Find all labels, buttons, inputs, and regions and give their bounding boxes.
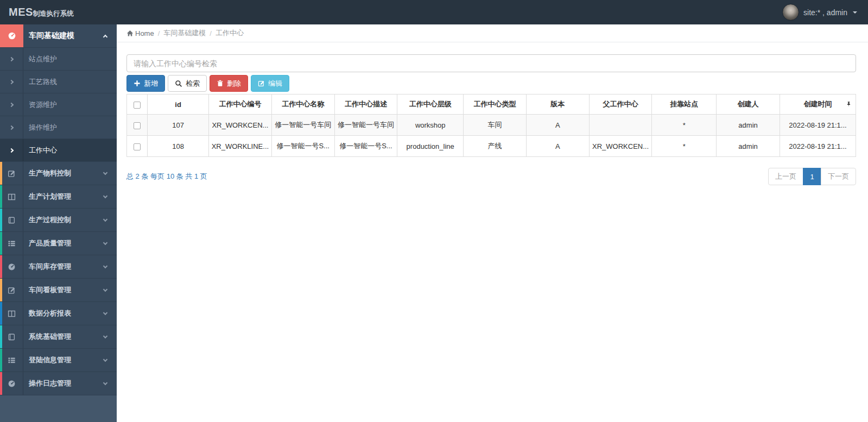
chevron-down-icon — [103, 287, 107, 291]
sidebar-submenu-item[interactable]: 资源维护 — [0, 93, 117, 116]
category-color-strip — [0, 185, 2, 208]
column-header[interactable]: 工作中心描述 — [334, 95, 397, 115]
sidebar-submenu-item[interactable]: 工艺路线 — [0, 71, 117, 93]
table-cell — [589, 115, 652, 136]
prev-page-button[interactable]: 上一页 — [768, 168, 803, 185]
sidebar-item-workshop-modeling[interactable]: 车间基础建模 — [0, 24, 117, 48]
sidebar-group-item[interactable]: 生产计划管理 — [0, 185, 117, 209]
group-icon-slot — [0, 185, 23, 208]
chevron-right-icon — [0, 71, 23, 93]
delete-button[interactable]: 删除 — [210, 75, 248, 92]
search-button[interactable]: 检索 — [168, 75, 207, 92]
table-header-row: id工作中心编号工作中心名称工作中心描述工作中心层级工作中心类型版本父工作中心挂… — [127, 95, 856, 115]
chevron-right-icon — [0, 48, 23, 70]
category-color-strip — [0, 255, 2, 278]
column-header[interactable]: id — [148, 95, 209, 115]
sidebar-group-item[interactable]: 车间看板管理 — [0, 279, 117, 302]
row-checkbox[interactable] — [134, 143, 141, 150]
sidebar-submenu-item[interactable]: 操作维护 — [0, 116, 117, 139]
user-menu[interactable]: site:* , admin — [782, 4, 857, 21]
column-header[interactable]: 工作中心编号 — [209, 95, 272, 115]
sidebar-groups: 生产物料控制 生产计划管理 生产过程控制 产品质量管理 — [0, 162, 117, 395]
group-icon-slot — [0, 325, 23, 348]
sidebar-group-item[interactable]: 生产过程控制 — [0, 209, 117, 232]
edit-icon — [8, 169, 16, 178]
trash-icon — [217, 80, 224, 87]
group-icon-slot — [0, 162, 23, 185]
chevron-down-icon — [103, 333, 107, 338]
table-footer: 总 2 条 每页 10 条 共 1 页 上一页 1 下一页 — [126, 168, 856, 185]
content-panel: 新增 检索 删除 — [117, 42, 868, 185]
category-color-strip — [0, 372, 2, 395]
pagination: 上一页 1 下一页 — [768, 168, 856, 185]
category-color-strip — [0, 232, 2, 255]
table-cell: 车间 — [464, 115, 527, 136]
table-cell: 修一智能一号S... — [334, 136, 397, 157]
edit-icon — [258, 80, 265, 87]
column-header[interactable]: 版本 — [526, 95, 589, 115]
sidebar-group-item[interactable]: 生产物料控制 — [0, 162, 117, 185]
table-row[interactable]: 107XR_WORKCEN...修一智能一号车间修一智能一号车间workshop… — [127, 115, 856, 136]
submenu-item-label: 操作维护 — [23, 123, 117, 133]
table-cell: A — [526, 136, 589, 157]
columns-icon — [8, 310, 16, 318]
group-icon-slot — [0, 372, 23, 395]
table-cell: 修一智能一号车间 — [271, 115, 334, 136]
group-item-label: 车间库存管理 — [23, 262, 104, 272]
add-button[interactable]: 新增 — [126, 75, 165, 92]
table-row[interactable]: 108XR_WORKLINE...修一智能一号S...修一智能一号S...pro… — [127, 136, 856, 157]
edit-icon — [8, 286, 16, 294]
chevron-right-icon — [0, 139, 23, 161]
column-header[interactable]: 工作中心名称 — [271, 95, 334, 115]
sidebar-group-item[interactable]: 登陆信息管理 — [0, 349, 117, 372]
column-header[interactable]: 创建时间 — [780, 95, 856, 115]
group-icon-slot — [0, 349, 23, 371]
select-all-checkbox[interactable] — [134, 102, 141, 109]
table-cell: * — [652, 136, 717, 157]
edit-button[interactable]: 编辑 — [251, 75, 289, 92]
chevron-up-icon — [103, 35, 107, 39]
sidebar-submenu-item[interactable]: 工作中心 — [0, 139, 117, 162]
pin-icon[interactable] — [846, 102, 852, 108]
breadcrumb: Home / 车间基础建模 / 工作中心 — [117, 24, 868, 42]
group-icon-slot — [0, 255, 23, 278]
chevron-down-icon — [103, 217, 107, 221]
group-item-label: 生产计划管理 — [23, 192, 104, 201]
user-avatar[interactable] — [782, 4, 799, 21]
sidebar-group-item[interactable]: 产品质量管理 — [0, 232, 117, 255]
next-page-button[interactable]: 下一页 — [821, 168, 856, 185]
category-color-strip — [0, 209, 2, 231]
sidebar: 车间基础建模 站点维护 工艺路线 资源维护 操作维护 工作中心 生产物料控制 — [0, 24, 117, 422]
column-header[interactable]: 工作中心层级 — [397, 95, 464, 115]
tachometer-icon — [8, 380, 16, 388]
chevron-down-icon — [103, 357, 107, 361]
row-checkbox[interactable] — [134, 122, 141, 129]
chevron-down-icon — [103, 380, 107, 385]
category-color-strip — [0, 349, 2, 371]
table-cell: XR_WORKLINE... — [209, 136, 272, 157]
category-color-strip — [0, 279, 2, 301]
column-header[interactable]: 父工作中心 — [589, 95, 652, 115]
table-cell: 产线 — [464, 136, 527, 157]
category-color-strip — [0, 302, 2, 325]
breadcrumb-home-link[interactable]: Home — [126, 29, 154, 37]
mes-application: MES 制造执行系统 site:* , admin 车间基础建模 站点维护 — [0, 0, 868, 422]
submenu-item-label: 工艺路线 — [23, 77, 117, 87]
column-header[interactable]: 工作中心类型 — [464, 95, 527, 115]
logo-primary: MES — [9, 6, 33, 18]
workcenter-table: id工作中心编号工作中心名称工作中心描述工作中心层级工作中心类型版本父工作中心挂… — [126, 94, 856, 157]
sidebar-group-item[interactable]: 车间库存管理 — [0, 255, 117, 279]
column-header[interactable]: 创建人 — [717, 95, 780, 115]
sidebar-group-item[interactable]: 数据分析报表 — [0, 302, 117, 325]
sidebar-group-item[interactable]: 系统基础管理 — [0, 325, 117, 349]
sidebar-submenu-item[interactable]: 站点维护 — [0, 48, 117, 71]
group-icon-slot — [0, 232, 23, 255]
sidebar-group-item[interactable]: 操作日志管理 — [0, 372, 117, 395]
search-input[interactable] — [126, 54, 856, 72]
table-cell: production_line — [397, 136, 464, 157]
breadcrumb-link-workshop-modeling[interactable]: 车间基础建模 — [163, 28, 206, 38]
current-page-button[interactable]: 1 — [803, 168, 821, 185]
column-header[interactable]: 挂靠站点 — [652, 95, 717, 115]
table-body: 107XR_WORKCEN...修一智能一号车间修一智能一号车间workshop… — [127, 115, 856, 157]
chevron-down-icon — [103, 263, 107, 268]
